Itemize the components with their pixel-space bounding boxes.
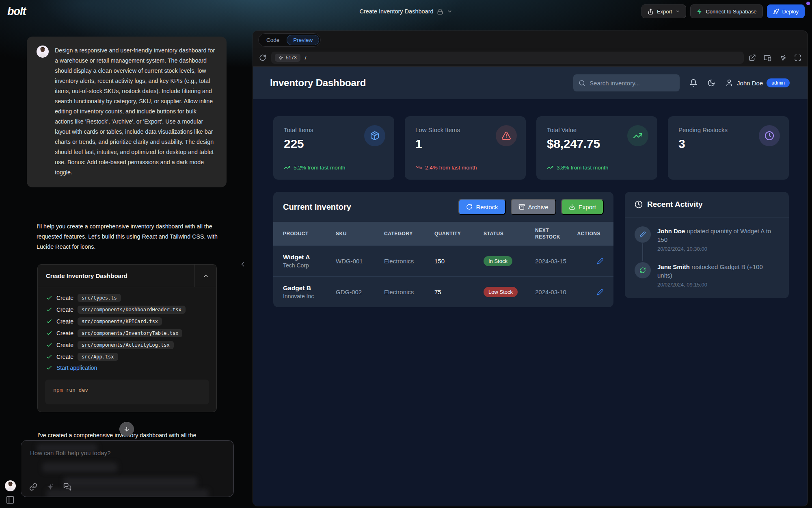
port-badge[interactable]: 5173 (275, 54, 300, 62)
column-header[interactable]: SKU (336, 230, 384, 237)
artifact-title: Create Inventory Dashboard (38, 265, 194, 287)
lock-icon (437, 9, 443, 15)
table-row[interactable]: Gadget BInnovate Inc GDG-002 Electronics… (273, 276, 613, 307)
chevron-down-icon[interactable] (447, 9, 453, 14)
check-icon (46, 318, 52, 325)
clock-icon (759, 125, 780, 146)
bolt-logo[interactable]: bolt (7, 5, 26, 18)
preview-viewport: Inventory Dashboard Search inventory... … (253, 67, 808, 506)
column-header[interactable]: Next Restock (535, 227, 574, 240)
file-chip[interactable]: src/components/ActivityLog.tsx (78, 341, 174, 349)
file-chip[interactable]: src/App.tsx (78, 353, 118, 361)
user-avatar (37, 46, 49, 58)
check-icon (46, 306, 52, 313)
reload-icon[interactable] (259, 54, 266, 61)
status-badge: Low Stock (484, 287, 518, 297)
inspector-off-icon[interactable] (779, 54, 786, 61)
chat-input-placeholder: How can Bolt help you today? (30, 449, 110, 456)
file-chip[interactable]: src/types.ts (78, 294, 121, 302)
file-chip[interactable]: src/components/InventoryTable.tsx (78, 329, 182, 337)
alert-triangle-icon (496, 125, 517, 146)
terminal-block: npm run dev (45, 380, 209, 404)
kpi-row: Total Items 225 5.2% from last month Low… (253, 99, 808, 180)
open-external-icon[interactable] (749, 54, 756, 61)
trending-up-icon (627, 125, 648, 146)
step-row: Create src/components/DashboardHeader.ts… (46, 306, 208, 314)
table-row[interactable]: Widget ATech Corp WDG-001 Electronics 15… (273, 245, 613, 276)
kpi-card-pending-restocks: Pending Restocks 3 (668, 116, 789, 180)
activity-user: Jane Smith (657, 263, 690, 270)
activity-card: Recent Activity John Doe updated quantit… (625, 192, 789, 298)
file-chip[interactable]: src/components/DashboardHeader.tsx (78, 306, 186, 314)
clock-icon (635, 200, 643, 208)
step-row: Create src/types.ts (46, 294, 208, 302)
user-prompt-text: Design a responsive and user-friendly in… (55, 46, 216, 178)
devices-icon[interactable] (764, 54, 771, 62)
column-header[interactable]: Category (384, 230, 434, 237)
profile-avatar[interactable] (5, 480, 16, 491)
check-icon (46, 295, 52, 301)
artifact-steps: Create src/types.ts Create src/component… (38, 287, 216, 376)
column-header[interactable]: Product (283, 230, 336, 237)
workbench: Code Preview 5173 / Inventory Dashboard (253, 30, 808, 506)
chat-bubble-icon[interactable] (63, 483, 71, 491)
kpi-card-total-items: Total Items 225 5.2% from last month (273, 116, 394, 180)
supabase-zap-icon (696, 9, 702, 15)
start-application-step[interactable]: Start application (46, 365, 208, 371)
trending-up-icon (284, 164, 290, 171)
edit-pencil-icon[interactable] (597, 258, 604, 265)
collapse-chat-chevron-icon[interactable] (239, 260, 247, 268)
url-input[interactable]: 5173 / (271, 52, 744, 64)
panel-left-icon[interactable] (6, 495, 15, 504)
restock-button[interactable]: Restock (458, 199, 505, 215)
column-header[interactable]: Quantity (434, 230, 484, 237)
edit-pencil-icon[interactable] (597, 289, 604, 295)
export-button[interactable]: Export (641, 4, 687, 18)
status-badge: In Stock (484, 256, 512, 266)
activity-item: Jane Smith restocked Gadget B (+100 unit… (635, 262, 779, 288)
project-title-group[interactable]: Create Inventory Dashboard (359, 0, 452, 23)
scroll-down-button[interactable] (119, 422, 134, 436)
artifact-header: Create Inventory Dashboard (38, 265, 216, 287)
view-tabs: Code Preview (253, 31, 808, 49)
user-menu[interactable]: John Doe admin (725, 78, 790, 87)
project-title: Create Inventory Dashboard (359, 8, 433, 15)
activity-user: John Doe (657, 228, 685, 234)
moon-icon[interactable] (707, 79, 715, 87)
activity-item: John Doe updated quantity of Widget A to… (635, 226, 779, 252)
archive-icon (518, 204, 525, 210)
chat-input[interactable]: How can Bolt help you today? (21, 440, 234, 497)
column-header: Actions (574, 230, 604, 237)
rocket-icon (773, 9, 779, 15)
column-header[interactable]: Status (484, 230, 535, 237)
user-message-card: Design a responsive and user-friendly in… (27, 37, 227, 187)
bell-icon[interactable] (689, 79, 698, 87)
chat-input-toolbar (29, 483, 71, 491)
check-icon (46, 342, 52, 348)
topbar-actions: Export Connect to Supabase Deploy (641, 4, 805, 18)
user-icon (725, 79, 733, 87)
sparkles-icon[interactable] (46, 483, 54, 491)
fullscreen-icon[interactable] (794, 54, 801, 61)
step-row: Create src/components/ActivityLog.tsx (46, 341, 208, 349)
link-icon[interactable] (29, 483, 37, 491)
kpi-card-total-value: Total Value $8,247.75 3.8% from last mon… (536, 116, 657, 180)
search-input[interactable]: Search inventory... (573, 74, 680, 91)
search-placeholder: Search inventory... (590, 80, 640, 87)
file-chip[interactable]: src/components/KPICard.tsx (78, 317, 162, 326)
inventory-title: Current Inventory (283, 202, 351, 212)
export-table-button[interactable]: Export (561, 199, 604, 215)
zap-icon (279, 55, 283, 60)
download-icon (569, 204, 575, 210)
step-row: Create src/components/KPICard.tsx (46, 317, 208, 326)
archive-button[interactable]: Archive (511, 199, 556, 215)
step-row: Create src/components/InventoryTable.tsx (46, 329, 208, 337)
chevron-up-icon[interactable] (194, 265, 216, 287)
blurred-suggestion (42, 462, 117, 472)
tab-preview[interactable]: Preview (287, 35, 319, 45)
tab-code[interactable]: Code (260, 35, 286, 45)
terminal-command: npm (53, 387, 63, 393)
deploy-button[interactable]: Deploy (767, 4, 805, 18)
connect-supabase-button[interactable]: Connect to Supabase (690, 4, 762, 18)
activity-timestamp: 20/02/2024, 09:15:00 (657, 282, 779, 288)
